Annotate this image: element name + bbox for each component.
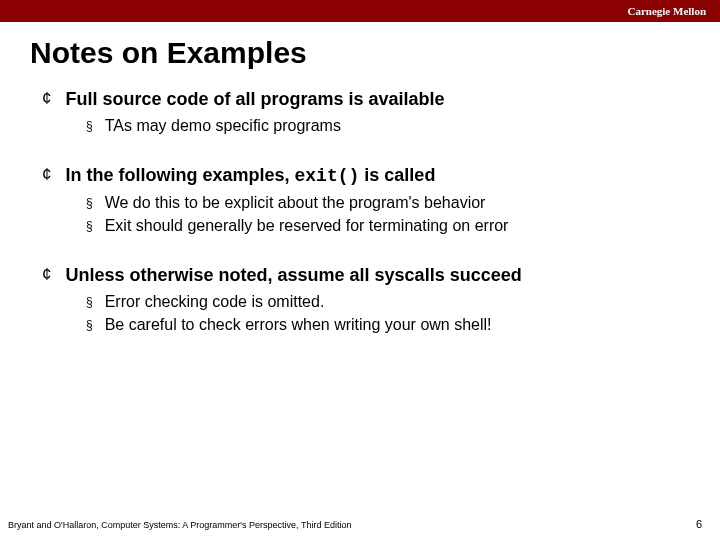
circle-bullet-icon: ¢ [42,88,51,110]
text-after: is called [359,165,435,185]
subbullet-text: TAs may demo specific programs [105,116,341,136]
footer-attribution: Bryant and O'Hallaron, Computer Systems:… [8,520,351,530]
bullet-text: Full source code of all programs is avai… [65,88,444,110]
header-org: Carnegie Mellon [627,5,706,17]
square-bullet-icon: § [86,216,93,236]
footer: Bryant and O'Hallaron, Computer Systems:… [0,518,720,530]
slide-content: ¢ Full source code of all programs is av… [42,88,690,335]
subbullet-text: Exit should generally be reserved for te… [105,216,509,236]
code-span: exit() [295,166,360,186]
bullet-group-1: ¢ In the following examples, exit() is c… [42,164,690,236]
circle-bullet-icon: ¢ [42,164,51,186]
square-bullet-icon: § [86,315,93,335]
bullet-l2: § Error checking code is omitted. [86,292,690,312]
bullet-l2: § Be careful to check errors when writin… [86,315,690,335]
bullet-text: In the following examples, exit() is cal… [65,164,435,187]
square-bullet-icon: § [86,292,93,312]
bullet-l1: ¢ Full source code of all programs is av… [42,88,690,110]
bullet-l2: § TAs may demo specific programs [86,116,690,136]
bullet-group-0: ¢ Full source code of all programs is av… [42,88,690,136]
header-bar: Carnegie Mellon [0,0,720,22]
subbullet-text: Be careful to check errors when writing … [105,315,492,335]
square-bullet-icon: § [86,116,93,136]
bullet-group-2: ¢ Unless otherwise noted, assume all sys… [42,264,690,335]
bullet-l2: § Exit should generally be reserved for … [86,216,690,236]
slide-title: Notes on Examples [30,36,720,70]
square-bullet-icon: § [86,193,93,213]
bullet-l1: ¢ Unless otherwise noted, assume all sys… [42,264,690,286]
circle-bullet-icon: ¢ [42,264,51,286]
subbullet-text: We do this to be explicit about the prog… [105,193,486,213]
subbullet-text: Error checking code is omitted. [105,292,325,312]
page-number: 6 [696,518,702,530]
bullet-text: Unless otherwise noted, assume all sysca… [65,264,521,286]
text-before: In the following examples, [65,165,294,185]
bullet-l1: ¢ In the following examples, exit() is c… [42,164,690,187]
bullet-l2: § We do this to be explicit about the pr… [86,193,690,213]
